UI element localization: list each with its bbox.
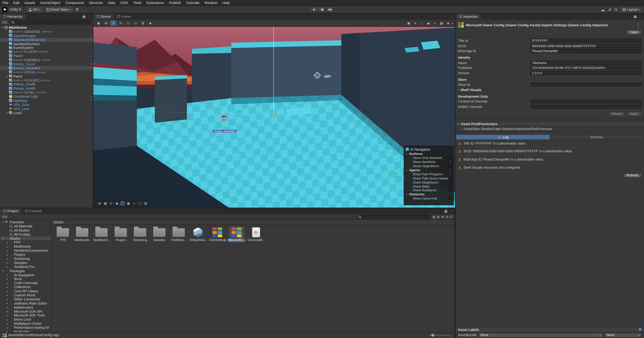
nav-option-checkbox[interactable] [449,189,452,192]
nav-overlay-row[interactable]: Show Avoidance [406,188,452,192]
label-icon[interactable] [638,328,642,331]
pan-tool[interactable]: ⊕ [102,20,109,26]
expand-arrow-icon[interactable]: ▸ [6,249,9,252]
warning-row[interactable]: ⚠ MSA App ID 'PleaseChangeMe' is a place… [456,156,644,164]
postprocessor-item[interactable]: ▸ UnityEditor.ShaderGraph.ShaderGraphAss… [456,126,644,132]
project-tree-item[interactable]: ▸ ModAssets [0,244,51,248]
expand-arrow-icon[interactable]: ▸ [6,282,9,284]
ai-navigation-header[interactable]: AI Navigation [406,147,452,152]
layout-dropdown[interactable]: ▤ Layout ▾ [620,6,642,12]
nav-overlay-row[interactable]: Show NavMesh ✓ [406,160,452,164]
project-search[interactable] [356,215,431,219]
apply-button[interactable]: Apply [626,112,642,116]
asset-grid-item[interactable]: Plugins [112,227,130,242]
nav-overlay-row[interactable]: Show Only Selected [406,156,452,160]
lock-icon[interactable] [634,16,636,18]
slider-thumb[interactable] [431,334,434,337]
undo-history-icon[interactable]: ↺ [608,7,611,12]
asset-postprocessors-header[interactable]: ▾ Asset PostProcessors [456,121,644,126]
hierarchy-item[interactable]: VFX_Dust [0,102,93,107]
breadcrumb[interactable]: Assets [51,220,455,225]
log-tab[interactable]: ⚠ Log [456,135,550,139]
revert-button[interactable]: Revert [608,112,625,116]
nav-option-checkbox[interactable] [449,197,452,200]
increment-snap-icon[interactable]: + [132,201,136,205]
field-value[interactable]: TitleName [530,61,642,65]
menu-item[interactable]: Component [63,0,86,5]
menu-item[interactable]: GDK [118,0,130,5]
hierarchy-item[interactable]: VFX_Lava [0,107,93,111]
expand-arrow-icon[interactable]: ▾ [1,221,5,224]
scene-lighting-icon[interactable]: ☀ [412,20,418,25]
filter-by-type-icon[interactable]: ▤ [432,215,436,219]
rotate-tool[interactable]: ↻ [118,20,124,26]
selected-object-label[interactable]: Enemy_HoverBot [212,129,237,133]
expand-arrow-icon[interactable]: ▸ [6,245,9,248]
asset-grid-item[interactable]: Rendering [131,227,149,242]
prefab-arrow-icon[interactable]: › [90,62,92,66]
window-grid-icon[interactable]: ⊞ [76,7,79,11]
expand-arrow-icon[interactable]: ▸ [6,273,9,276]
custom-tool[interactable]: ◈ [147,20,154,26]
expand-arrow-icon[interactable]: ▸ [6,111,9,114]
expand-arrow-icon[interactable]: ▸ [6,75,9,78]
grid-snap-icon[interactable]: ▦ [103,201,108,205]
menu-item[interactable]: Services [86,0,105,5]
project-tree-item[interactable]: All Models [0,228,51,232]
tool-settings-icon[interactable]: ◈ [98,201,102,205]
prefab-arrow-icon[interactable]: › [90,99,92,102]
move-tool[interactable]: + [110,20,116,26]
expand-arrow-icon[interactable]: ▸ [6,298,9,301]
project-tree-item[interactable]: ▸ Rendering [0,257,51,261]
prefab-arrow-icon[interactable]: › [90,86,92,90]
warning-row[interactable]: ⚠ SCID '00000000-0000-0000-0000-0000FFFF… [456,148,644,156]
menu-item[interactable]: Help [220,0,232,5]
gizmos-dropdown[interactable]: ◈ [445,20,451,25]
scene-audio-icon[interactable]: ♪ [419,20,424,25]
asset-labels-header[interactable]: Asset Labels [456,327,644,332]
hierarchy-item[interactable]: Enemy_HoverBot › [0,66,93,70]
lock-icon[interactable] [444,211,447,213]
asset-grid-item[interactable]: ModAssets [73,227,91,242]
expand-arrow-icon[interactable]: ▾ [1,26,4,29]
project-tree-item[interactable]: ▸ Samples [0,261,51,265]
expand-arrow-icon[interactable]: ▸ [6,326,9,329]
hidden-packages-count[interactable]: ◎ 27 [446,215,453,219]
menu-item[interactable]: Assets [22,0,38,5]
nav-overlay-row[interactable]: Show Path Query Nodes [406,176,452,180]
kebab-menu-icon[interactable]: ⋮ [450,14,453,18]
scene-fx-icon[interactable]: ◆ [426,20,431,25]
nav-option-checkbox[interactable] [449,181,452,184]
expand-arrow-icon[interactable]: ▸ [6,286,9,289]
project-tree-item[interactable]: ▸ Multiplayer Center [0,322,51,326]
field-value[interactable]: FFFFFFFF [530,39,642,43]
menu-item[interactable]: Edit [11,0,22,5]
asset-grid-item[interactable]: TextMesh... [170,227,188,242]
expand-arrow-icon[interactable]: ▸ [6,322,9,325]
project-tree-item[interactable]: ▸ FPS [0,240,51,244]
hierarchy-item[interactable]: Pickup_Health › [0,82,93,86]
project-tree-item[interactable]: ▸ Performance testing API [0,326,51,330]
hierarchy-item[interactable]: Pickup_Health › [0,86,93,90]
project-tree-item[interactable]: ▸ NavMeshComponents [0,248,51,253]
tab-hierarchy[interactable]: Hierarchy [0,13,26,19]
tab-inspector[interactable]: Inspector [456,13,481,19]
project-tree-item[interactable]: ▸ TextMesh Pro [0,265,51,269]
scale-tool[interactable]: ◇ [125,20,132,26]
menu-item[interactable]: File [0,0,11,5]
prefab-arrow-icon[interactable]: › [90,95,92,98]
expand-arrow-icon[interactable]: ▸ [6,290,9,293]
project-tree-item[interactable]: ▸ JetBrains Rider Editor [0,301,51,305]
expand-arrow-icon[interactable]: ▸ [6,302,9,305]
nav-option-checkbox[interactable]: ✓ [449,173,452,176]
pause-button[interactable]: ▮▮ [318,6,326,12]
prefab-arrow-icon[interactable]: › [90,66,92,70]
project-tree-item[interactable]: ▾ Packages [0,269,51,273]
prefab-arrow-icon[interactable]: › [90,34,92,37]
rotate-snap-icon[interactable]: ↻ [109,201,114,205]
prefab-arrow-icon[interactable]: › [90,38,92,41]
project-tree-item[interactable]: All Prefabs [0,232,51,236]
camera-icon[interactable]: ▣ [406,20,412,25]
hierarchy-item[interactable]: GameManager › [0,33,93,38]
nav-option-checkbox[interactable] [449,177,452,180]
